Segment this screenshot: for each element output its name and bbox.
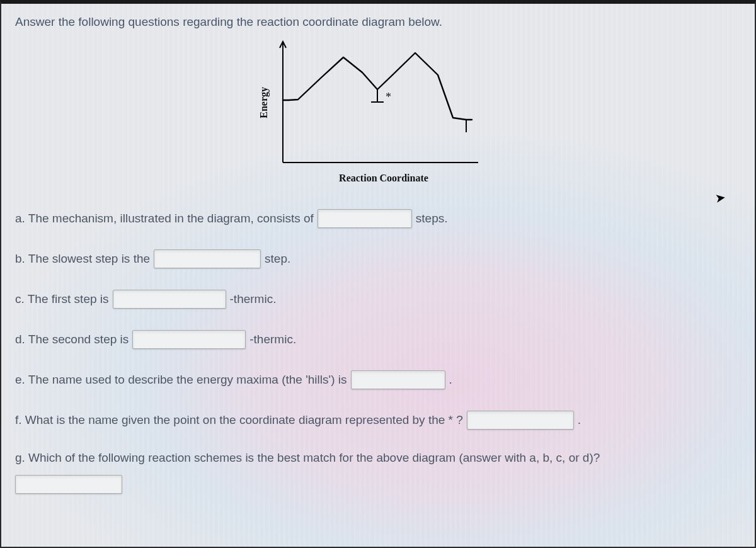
question-b: b. The slowest step is the step. (15, 249, 741, 268)
question-a-pre: a. The mechanism, illustrated in the dia… (15, 212, 314, 225)
question-a-post: steps. (416, 212, 448, 225)
answer-blank-a[interactable] (318, 209, 412, 228)
intermediate-asterisk: * (386, 91, 391, 103)
answer-blank-c[interactable] (113, 290, 226, 309)
question-f-post: . (578, 413, 581, 427)
question-e-pre: e. The name used to describe the energy … (15, 373, 347, 387)
answer-blank-g[interactable] (15, 475, 122, 494)
question-f-pre: f. What is the name given the point on t… (15, 413, 463, 427)
question-d-post: -thermic. (249, 333, 296, 346)
question-d: d. The second step is -thermic. (15, 330, 741, 349)
question-e: e. The name used to describe the energy … (15, 370, 741, 389)
question-f: f. What is the name given the point on t… (15, 411, 741, 430)
question-d-pre: d. The second step is (15, 333, 129, 346)
answer-blank-e[interactable] (351, 370, 445, 389)
question-a: a. The mechanism, illustrated in the dia… (15, 209, 741, 228)
question-g-pre: g. Which of the following reaction schem… (15, 451, 600, 465)
reaction-coordinate-diagram: Energy * Reaction Coordinate (258, 37, 498, 184)
instruction-text: Answer the following questions regarding… (15, 15, 741, 29)
cursor-icon: ➤ (714, 190, 726, 206)
question-c-post: -thermic. (230, 292, 277, 306)
question-c-pre: c. The first step is (15, 292, 109, 306)
energy-plot: * (273, 37, 481, 169)
answer-blank-b[interactable] (154, 249, 261, 268)
question-c: c. The first step is -thermic. (15, 290, 741, 309)
y-axis-label: Energy (258, 87, 270, 118)
x-axis-label: Reaction Coordinate (270, 173, 498, 184)
question-e-post: . (449, 373, 452, 387)
question-b-pre: b. The slowest step is the (15, 252, 150, 266)
question-b-post: step. (265, 252, 290, 266)
question-g: g. Which of the following reaction schem… (15, 451, 741, 465)
answer-blank-d[interactable] (132, 330, 246, 349)
answer-blank-f[interactable] (467, 411, 574, 430)
